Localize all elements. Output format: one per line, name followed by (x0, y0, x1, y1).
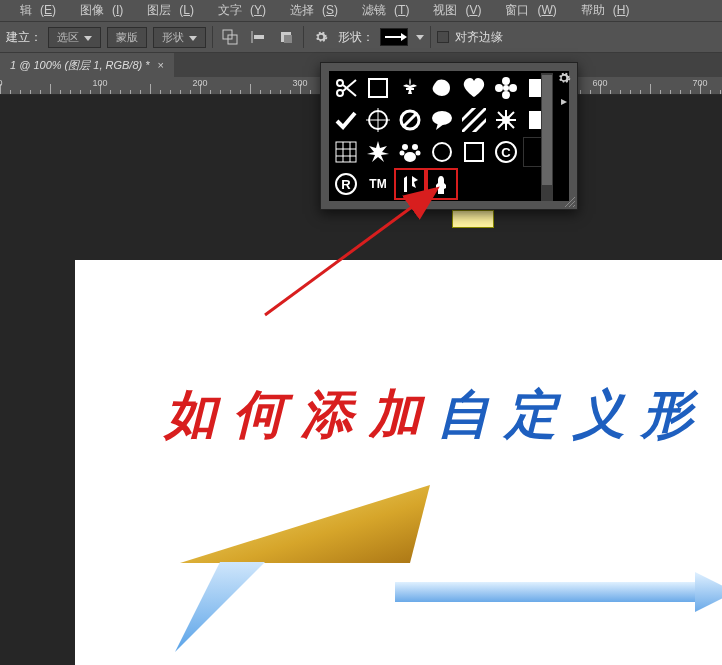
text-char: 义 (573, 380, 625, 450)
menu-image[interactable]: 图像(I) (64, 0, 131, 21)
text-char: 加 (369, 380, 421, 450)
shape-copyright[interactable]: C (491, 137, 521, 167)
svg-point-47 (404, 152, 416, 162)
align-edges-label: 对齐边缘 (455, 29, 503, 46)
svg-marker-9 (695, 572, 722, 612)
svg-point-35 (502, 116, 510, 124)
svg-point-15 (502, 77, 510, 85)
menu-view[interactable]: 视图(V) (417, 0, 489, 21)
svg-line-58 (265, 190, 435, 315)
shape-no-symbol[interactable] (395, 105, 425, 135)
svg-point-45 (400, 151, 405, 156)
canvas-text: 如 何 添 加 自 定 义 形 (165, 380, 693, 450)
annotation-note (452, 210, 494, 228)
svg-point-10 (337, 80, 343, 86)
svg-marker-42 (367, 141, 389, 162)
svg-rect-37 (336, 142, 356, 162)
svg-rect-3 (254, 35, 264, 39)
svg-rect-14 (369, 79, 387, 97)
svg-point-18 (509, 84, 517, 92)
menu-layer[interactable]: 图层(L) (131, 0, 202, 21)
svg-point-26 (432, 111, 452, 125)
shape-circle-outline[interactable] (427, 137, 457, 167)
selection-button[interactable]: 选区 (48, 27, 101, 48)
svg-point-19 (503, 85, 509, 91)
text-char: 形 (641, 380, 693, 450)
svg-line-56 (573, 205, 575, 207)
flyout-menu-icon[interactable]: ▸ (561, 94, 567, 108)
svg-rect-8 (395, 582, 695, 602)
svg-line-25 (403, 113, 417, 127)
path-combine-icon[interactable] (219, 26, 241, 48)
text-char: 定 (505, 380, 557, 450)
arrange-icon[interactable] (275, 26, 297, 48)
gear-icon[interactable] (310, 26, 332, 48)
shape-button[interactable]: 形状 (153, 27, 206, 48)
shape-square-outline-2[interactable] (459, 137, 489, 167)
gear-icon[interactable] (557, 71, 571, 88)
text-char: 自 (437, 380, 489, 450)
chevron-down-icon (84, 36, 92, 41)
svg-point-17 (495, 84, 503, 92)
separator (303, 26, 304, 48)
shape-heart[interactable] (459, 73, 489, 103)
shape-scissors[interactable] (331, 73, 361, 103)
menu-window[interactable]: 窗口(W) (489, 0, 564, 21)
chevron-down-icon[interactable] (416, 35, 424, 40)
text-char: 如 (165, 380, 217, 450)
options-bar: 建立： 选区 蒙版 形状 形状： 对齐边缘 (0, 21, 722, 53)
chevron-down-icon (189, 36, 197, 41)
menu-bar: 辑(E) 图像(I) 图层(L) 文字(Y) 选择(S) 滤镜(T) 视图(V)… (0, 0, 722, 21)
annotation-arrow (260, 180, 450, 320)
svg-rect-49 (465, 143, 483, 161)
align-edges-checkbox[interactable] (437, 31, 449, 43)
svg-point-48 (433, 143, 451, 161)
menu-edit[interactable]: 辑(E) (4, 0, 64, 21)
menu-type[interactable]: 文字(Y) (202, 0, 274, 21)
menu-select[interactable]: 选择(S) (274, 0, 346, 21)
text-char: 添 (301, 380, 353, 450)
svg-point-43 (402, 144, 408, 150)
svg-line-28 (462, 108, 486, 132)
svg-rect-5 (284, 35, 292, 43)
scrollbar-thumb[interactable] (542, 75, 552, 185)
svg-point-11 (337, 90, 343, 96)
menu-filter[interactable]: 滤镜(T) (346, 0, 417, 21)
shape-dropdown-label: 形状： (338, 29, 374, 46)
canvas[interactable]: 如 何 添 加 自 定 义 形 (75, 260, 722, 665)
resize-handle[interactable] (565, 197, 575, 207)
shape-target[interactable] (363, 105, 393, 135)
shape-grid[interactable] (331, 137, 361, 167)
shape-diagonal-stripes[interactable] (459, 105, 489, 135)
blue-arrow-shape (395, 572, 722, 612)
svg-text:C: C (501, 145, 511, 160)
gold-triangle-shape (180, 485, 430, 565)
svg-point-44 (412, 144, 418, 150)
shape-burst[interactable] (491, 105, 521, 135)
blue-triangle-shape (175, 562, 265, 652)
menu-help[interactable]: 帮助(H) (565, 0, 638, 21)
svg-marker-6 (180, 485, 430, 563)
tab-title: 1 @ 100% (图层 1, RGB/8) * (10, 58, 150, 73)
shape-fleur-de-lis[interactable] (395, 73, 425, 103)
svg-point-46 (416, 151, 421, 156)
shape-starburst[interactable] (363, 137, 393, 167)
shape-paw[interactable] (395, 137, 425, 167)
shape-checkmark[interactable] (331, 105, 361, 135)
mask-button[interactable]: 蒙版 (107, 27, 147, 48)
arrow-icon (385, 36, 403, 38)
shape-blob[interactable] (427, 73, 457, 103)
document-tab[interactable]: 1 @ 100% (图层 1, RGB/8) * × (0, 53, 174, 77)
separator (212, 26, 213, 48)
align-icon[interactable] (247, 26, 269, 48)
close-icon[interactable]: × (158, 59, 164, 71)
separator (430, 26, 431, 48)
shape-speech-bubble[interactable] (427, 105, 457, 135)
shape-picker-scrollbar[interactable] (541, 73, 553, 201)
svg-point-16 (502, 91, 510, 99)
shape-preview[interactable] (380, 28, 408, 46)
create-label: 建立： (6, 29, 42, 46)
shape-square-outline[interactable] (363, 73, 393, 103)
text-char: 何 (233, 380, 285, 450)
shape-flower[interactable] (491, 73, 521, 103)
